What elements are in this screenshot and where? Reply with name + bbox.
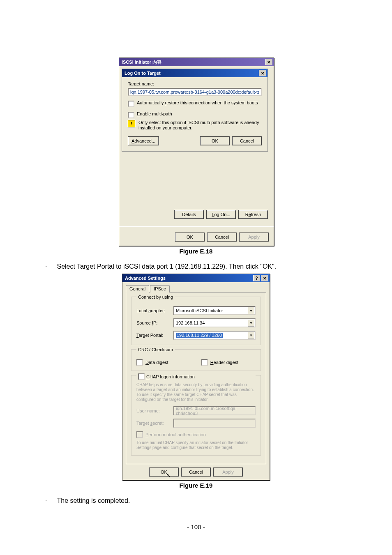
warning-text: Only select this option if iSCSI multi-p… <box>138 120 262 131</box>
header-digest-label: Header digest <box>210 360 239 365</box>
enable-multipath-checkbox[interactable] <box>128 112 134 118</box>
outer-apply-button: Apply <box>239 233 269 242</box>
local-adapter-label: Local adapter: <box>136 308 173 313</box>
target-name-label: Target name: <box>128 81 262 86</box>
chevron-down-icon[interactable]: ▼ <box>248 307 254 314</box>
mutual-note: To use mutual CHAP specify an initiator … <box>136 440 256 450</box>
iscsi-initiator-titlebar[interactable]: iSCSI Initiator 內容 ✕ <box>119 58 274 66</box>
adv-ok-button[interactable]: OK ↖ <box>149 467 179 477</box>
enable-multipath-label: Enable multi-path <box>137 111 172 116</box>
user-name-input: iqn.1991-05.com.microsoft:qa-chrischou3 <box>173 406 256 415</box>
log-on-button[interactable]: Log On... <box>206 210 236 219</box>
chevron-down-icon[interactable]: ▼ <box>248 319 254 327</box>
auto-restore-checkbox[interactable] <box>128 101 134 107</box>
adv-cancel-button[interactable]: Cancel <box>181 467 211 477</box>
connect-legend: Connect by using <box>136 295 175 299</box>
target-secret-label: Target secret: <box>136 421 173 426</box>
target-portal-value: 192.168.11.229 / 3260 <box>176 333 223 338</box>
source-ip-label: Source IP: <box>136 320 173 325</box>
perform-mutual-label: Perform mutual authentication <box>145 432 206 437</box>
outer-ok-button[interactable]: OK <box>175 233 205 242</box>
close-icon[interactable]: ✕ <box>265 59 272 65</box>
logon-title: Log On to Target <box>125 71 161 76</box>
target-secret-input <box>173 419 256 428</box>
instruction-1: Select Target Portal to iSCSI data port … <box>57 263 355 270</box>
help-icon[interactable]: ? <box>253 275 260 281</box>
page-number: - 100 - <box>0 523 392 530</box>
perform-mutual-checkbox <box>136 431 143 438</box>
refresh-button[interactable]: Refresh <box>238 210 268 219</box>
local-adapter-dropdown[interactable]: Microsoft iSCSI Initiator ▼ <box>173 306 256 315</box>
crc-legend: CRC / Checksum <box>136 347 175 352</box>
data-digest-checkbox[interactable] <box>136 359 143 366</box>
auto-restore-label: Automatically restore this connection wh… <box>137 100 258 105</box>
bullet-icon: · <box>45 263 47 270</box>
source-ip-value: 192.168.11.34 <box>176 320 205 325</box>
tab-ipsec[interactable]: IPSec <box>150 285 169 292</box>
chap-legend: CHAP logon information <box>136 373 256 380</box>
warning-icon: ! <box>128 120 135 127</box>
cancel-button[interactable]: Cancel <box>232 136 262 145</box>
advanced-button[interactable]: Advanced... <box>128 136 159 145</box>
target-portal-label: Target Portal: <box>136 333 173 338</box>
close-icon[interactable]: ✕ <box>261 275 268 281</box>
instruction-2: The setting is completed. <box>57 497 355 504</box>
chap-logon-checkbox[interactable] <box>138 373 145 380</box>
figure-2-caption: Figure E.19 <box>37 482 355 489</box>
bullet-icon: · <box>45 497 47 504</box>
iscsi-initiator-title: iSCSI Initiator 內容 <box>122 59 161 65</box>
source-ip-dropdown[interactable]: 192.168.11.34 ▼ <box>173 318 256 327</box>
adv-apply-button: Apply <box>213 467 243 477</box>
outer-cancel-button[interactable]: Cancel <box>207 233 237 242</box>
data-digest-label: Data digest <box>145 360 168 365</box>
target-name-input[interactable] <box>128 88 262 96</box>
logon-titlebar[interactable]: Log On to Target ✕ <box>122 69 267 77</box>
tab-general[interactable]: General <box>126 285 149 292</box>
details-button[interactable]: Details <box>174 210 204 219</box>
close-icon[interactable]: ✕ <box>259 70 266 76</box>
header-digest-checkbox[interactable] <box>201 359 208 366</box>
advanced-settings-title: Advanced Settings <box>125 276 166 281</box>
target-portal-dropdown[interactable]: 192.168.11.229 / 3260 ▼ <box>173 331 256 340</box>
local-adapter-value: Microsoft iSCSI Initiator <box>176 308 223 313</box>
ok-button[interactable]: OK <box>200 136 230 145</box>
advanced-settings-titlebar[interactable]: Advanced Settings ? ✕ <box>122 274 270 282</box>
chap-description: CHAP helps ensure data security by provi… <box>136 382 256 402</box>
chevron-down-icon[interactable]: ▼ <box>248 332 254 339</box>
user-name-label: User name: <box>136 408 173 413</box>
user-name-value: iqn.1991-05.com.microsoft:qa-chrischou3 <box>176 406 253 416</box>
figure-1-caption: Figure E.18 <box>37 248 355 255</box>
